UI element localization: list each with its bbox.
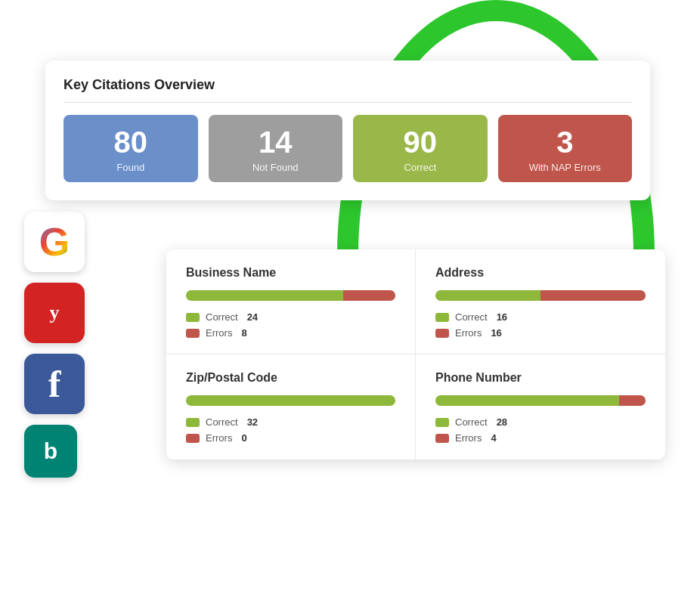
- nap-cell-address: Address Correct 16 Errors 16: [416, 249, 665, 354]
- legend-item-errors: Errors 8: [186, 327, 395, 339]
- legend-item-correct-address: Correct 16: [435, 311, 646, 323]
- citations-card: Key Citations Overview 80 Found 14 Not F…: [45, 60, 650, 200]
- bing-icon: b: [24, 425, 77, 478]
- nap-zip-bar: [186, 395, 395, 406]
- google-g-letter: G: [39, 219, 70, 265]
- social-icons-list: G y f b: [24, 212, 85, 478]
- citations-card-title: Key Citations Overview: [63, 77, 632, 103]
- legend-item-correct: Correct 24: [186, 311, 395, 323]
- nap-zip-title: Zip/Postal Code: [186, 371, 395, 385]
- stat-nap-errors-label: With NAP Errors: [506, 162, 625, 173]
- stat-found-label: Found: [71, 162, 190, 173]
- errors-dot-icon-address: [435, 329, 449, 338]
- nap-phone-bar-red: [619, 395, 646, 406]
- errors-dot-icon-zip: [186, 434, 200, 443]
- svg-text:y: y: [50, 302, 60, 323]
- nap-address-bar-green: [435, 290, 540, 301]
- stat-not-found-number: 14: [216, 127, 336, 157]
- legend-item-correct-zip: Correct 32: [186, 416, 395, 428]
- nap-address-bar: [435, 290, 646, 301]
- errors-count-address: 16: [491, 327, 501, 339]
- errors-count-zip: 0: [241, 432, 246, 444]
- nap-details-card: Business Name Correct 24 Errors 8: [166, 249, 665, 459]
- correct-dot-icon-phone: [435, 418, 449, 427]
- correct-count: 24: [247, 311, 258, 323]
- errors-dot-icon: [186, 329, 200, 338]
- errors-label-zip: Errors: [206, 432, 232, 444]
- correct-dot-icon: [186, 313, 200, 322]
- correct-dot-icon-address: [435, 313, 449, 322]
- nap-address-bar-inner: [435, 290, 646, 301]
- errors-label-phone: Errors: [455, 432, 482, 444]
- correct-count-phone: 28: [497, 416, 507, 428]
- nap-phone-bar-green: [435, 395, 619, 406]
- stat-nap-errors-number: 3: [506, 127, 625, 157]
- nap-phone-title: Phone Number: [435, 371, 646, 385]
- citations-stats-row: 80 Found 14 Not Found 90 Correct 3 With …: [63, 115, 632, 182]
- legend-item-errors-phone: Errors 4: [435, 432, 646, 444]
- correct-dot-icon-zip: [186, 418, 200, 427]
- nap-address-title: Address: [435, 266, 646, 280]
- correct-label-zip: Correct: [206, 416, 238, 428]
- stat-found-number: 80: [71, 127, 190, 157]
- errors-count: 8: [241, 327, 246, 339]
- nap-business-name-bar: [186, 290, 395, 301]
- nap-zip-legend: Correct 32 Errors 0: [186, 416, 395, 444]
- correct-label: Correct: [206, 311, 238, 323]
- nap-zip-bar-inner: [186, 395, 395, 406]
- stat-not-found-label: Not Found: [216, 162, 336, 173]
- nap-address-bar-red: [540, 290, 646, 301]
- errors-label-address: Errors: [455, 327, 482, 339]
- nap-business-name-title: Business Name: [186, 266, 395, 280]
- correct-label-address: Correct: [455, 311, 488, 323]
- errors-count-phone: 4: [491, 432, 496, 444]
- correct-count-address: 16: [497, 311, 507, 323]
- nap-phone-bar-inner: [435, 395, 646, 406]
- nap-business-name-bar-red: [343, 290, 395, 301]
- nap-address-legend: Correct 16 Errors 16: [435, 311, 646, 339]
- legend-item-errors-zip: Errors 0: [186, 432, 395, 444]
- nap-business-name-bar-green: [186, 290, 343, 301]
- stat-found: 80 Found: [63, 115, 198, 182]
- nap-business-name-bar-inner: [186, 290, 395, 301]
- correct-count-zip: 32: [247, 416, 258, 428]
- stat-correct: 90 Correct: [353, 115, 488, 182]
- yelp-icon: y: [24, 283, 85, 343]
- legend-item-correct-phone: Correct 28: [435, 416, 646, 428]
- nap-phone-bar: [435, 395, 646, 406]
- legend-item-errors-address: Errors 16: [435, 327, 646, 339]
- correct-label-phone: Correct: [455, 416, 488, 428]
- stat-nap-errors: 3 With NAP Errors: [498, 115, 633, 182]
- nap-business-name-legend: Correct 24 Errors 8: [186, 311, 395, 339]
- errors-dot-icon-phone: [435, 434, 449, 443]
- nap-zip-bar-green: [186, 395, 395, 406]
- stat-correct-label: Correct: [361, 162, 480, 173]
- nap-cell-business-name: Business Name Correct 24 Errors 8: [166, 249, 416, 354]
- nap-grid: Business Name Correct 24 Errors 8: [166, 249, 665, 459]
- google-icon: G: [24, 212, 85, 272]
- stat-correct-number: 90: [361, 127, 480, 157]
- nap-phone-legend: Correct 28 Errors 4: [435, 416, 646, 444]
- nap-cell-phone: Phone Number Correct 28 Errors 4: [416, 354, 665, 459]
- stat-not-found: 14 Not Found: [209, 115, 343, 182]
- nap-cell-zip: Zip/Postal Code Correct 32 Errors 0: [166, 354, 416, 459]
- facebook-icon: f: [24, 354, 85, 414]
- errors-label: Errors: [206, 327, 232, 339]
